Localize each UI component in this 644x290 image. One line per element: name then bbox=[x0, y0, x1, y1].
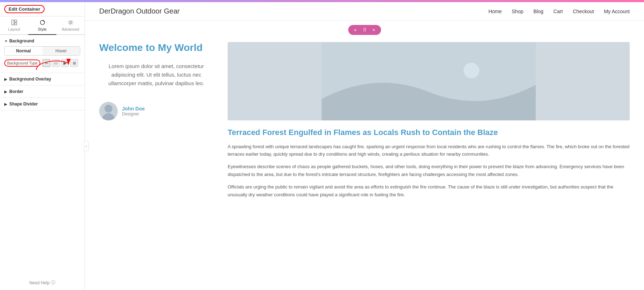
background-overlay-row[interactable]: ▶ Background Overlay bbox=[0, 73, 85, 86]
right-column: Terraced Forest Engulfed in Flames as Lo… bbox=[228, 42, 630, 203]
background-arrow-icon: ▼ bbox=[4, 39, 8, 43]
hover-btn[interactable]: Hover bbox=[42, 47, 80, 55]
nav-blog[interactable]: Blog bbox=[533, 9, 543, 14]
layout-icon bbox=[11, 19, 17, 26]
need-help-label: Need Help bbox=[29, 280, 50, 285]
sidebar: Edit Container Layout bbox=[0, 2, 85, 290]
need-help: Need Help ⓘ bbox=[0, 275, 85, 290]
avatar-body bbox=[102, 113, 115, 120]
bg-type-image-btn[interactable]: ▭ bbox=[52, 59, 60, 67]
tab-layout[interactable]: Layout bbox=[0, 16, 28, 35]
sidebar-collapse-handle[interactable]: ‹ bbox=[84, 141, 89, 151]
edit-toolbar: + ⠿ × bbox=[348, 25, 381, 35]
nav-checkout[interactable]: Checkout bbox=[573, 9, 594, 14]
body-text: Lorem ipsum dolor sit amet, consectetur … bbox=[99, 62, 213, 88]
website-logo: DerDragon Outdoor Gear bbox=[99, 7, 180, 15]
close-toolbar-btn[interactable]: × bbox=[370, 26, 377, 33]
tab-style[interactable]: Style bbox=[28, 16, 56, 35]
border-arrow-icon: ▶ bbox=[4, 90, 7, 94]
edit-container-label: Edit Container bbox=[4, 5, 45, 13]
add-element-btn[interactable]: + bbox=[352, 26, 359, 33]
sidebar-tabs: Layout Style Advanced bbox=[0, 16, 85, 35]
tab-style-label: Style bbox=[38, 27, 46, 31]
help-icon: ⓘ bbox=[51, 280, 55, 286]
nav-my-account[interactable]: My Account bbox=[604, 9, 630, 14]
edit-container-header: Edit Container bbox=[0, 2, 85, 16]
website-nav: Home Shop Blog Cart Checkout My Account bbox=[488, 9, 630, 14]
bg-type-video-btn[interactable]: ▶ bbox=[61, 59, 69, 67]
shape-divider-label: Shape Divider bbox=[9, 102, 38, 107]
svg-point-4 bbox=[70, 21, 72, 24]
bg-type-container: Background Type ✏ ▭ ▶ ⊞ bbox=[4, 59, 80, 67]
svg-rect-2 bbox=[15, 23, 17, 25]
tab-advanced-label: Advanced bbox=[62, 27, 79, 31]
normal-hover-toggle: Normal Hover bbox=[4, 46, 80, 56]
bg-type-label: Background Type bbox=[4, 59, 40, 67]
background-title-label: Background bbox=[9, 38, 34, 43]
article: Terraced Forest Engulfed in Flames as Lo… bbox=[228, 128, 630, 203]
tab-layout-label: Layout bbox=[8, 27, 20, 31]
article-body: A sprawling forest with unique terraced … bbox=[228, 143, 630, 199]
author-avatar bbox=[99, 102, 118, 120]
author-name: John Doe bbox=[122, 106, 145, 112]
style-icon bbox=[39, 19, 46, 26]
tab-advanced[interactable]: Advanced bbox=[56, 16, 85, 35]
shape-divider-row[interactable]: ▶ Shape Divider bbox=[0, 98, 85, 110]
svg-rect-0 bbox=[12, 20, 14, 25]
bg-type-row: Background Type ✏ ▭ ▶ ⊞ bbox=[4, 59, 80, 67]
content-area: DerDragon Outdoor Gear Home Shop Blog Ca… bbox=[85, 2, 644, 290]
article-para-2: Eyewitnesses describe scenes of chaos as… bbox=[228, 163, 630, 178]
move-btn[interactable]: ⠿ bbox=[361, 26, 368, 33]
bg-type-slideshow-btn[interactable]: ⊞ bbox=[70, 59, 78, 67]
article-para-1: A sprawling forest with unique terraced … bbox=[228, 143, 630, 158]
svg-point-7 bbox=[464, 63, 480, 78]
border-label: Border bbox=[9, 89, 23, 94]
article-title: Terraced Forest Engulfed in Flames as Lo… bbox=[228, 128, 630, 138]
nav-shop[interactable]: Shop bbox=[512, 9, 523, 14]
need-help-link[interactable]: Need Help ⓘ bbox=[29, 280, 55, 286]
article-para-3: Officials are urging the public to remai… bbox=[228, 183, 630, 198]
nav-cart[interactable]: Cart bbox=[553, 9, 563, 14]
left-column: Welcome to My World Lorem ipsum dolor si… bbox=[99, 42, 213, 203]
svg-rect-1 bbox=[15, 20, 17, 22]
shape-divider-arrow-icon: ▶ bbox=[4, 102, 7, 106]
bg-type-color-btn[interactable]: ✏ bbox=[42, 59, 50, 67]
nav-home[interactable]: Home bbox=[488, 9, 502, 14]
overlay-arrow-icon: ▶ bbox=[4, 77, 7, 81]
background-overlay-label: Background Overlay bbox=[9, 77, 51, 82]
page-title: Welcome to My World bbox=[99, 42, 213, 53]
normal-btn[interactable]: Normal bbox=[5, 47, 42, 55]
page-two-col: Welcome to My World Lorem ipsum dolor si… bbox=[85, 21, 644, 214]
advanced-icon bbox=[67, 19, 74, 26]
avatar-head bbox=[105, 105, 112, 113]
background-section-title[interactable]: ▼ Background bbox=[4, 38, 80, 43]
author-role: Designer bbox=[122, 112, 145, 116]
website-header: DerDragon Outdoor Gear Home Shop Blog Ca… bbox=[85, 2, 644, 21]
border-row[interactable]: ▶ Border bbox=[0, 86, 85, 98]
page-content: + ⠿ × Welcome to My World Lorem ipsum do… bbox=[85, 21, 644, 290]
bg-type-icons: ✏ ▭ ▶ ⊞ bbox=[42, 59, 78, 67]
featured-image bbox=[228, 42, 630, 120]
author-info: John Doe Designer bbox=[122, 106, 145, 116]
author-row: John Doe Designer bbox=[99, 102, 213, 120]
background-section: ▼ Background Normal Hover bbox=[0, 35, 85, 73]
